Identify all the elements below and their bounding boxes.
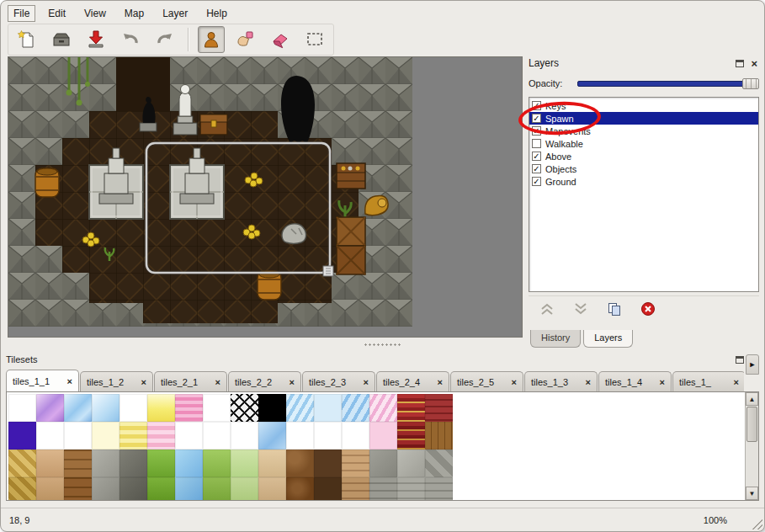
stamp-tool-button[interactable]	[198, 26, 225, 53]
menu-item[interactable]: Edit	[42, 5, 72, 22]
tileset-tile[interactable]	[258, 422, 286, 450]
tileset-tile[interactable]	[175, 450, 203, 477]
tileset-tile[interactable]	[286, 394, 314, 422]
tab-close-icon[interactable]: ×	[290, 377, 295, 387]
tileset-tile[interactable]	[314, 477, 342, 501]
close-panel-icon[interactable]: ×	[751, 59, 757, 68]
tab-close-icon[interactable]: ×	[512, 377, 517, 387]
tileset-tile[interactable]	[231, 450, 258, 477]
tileset-tile[interactable]	[397, 450, 425, 477]
tileset-tile[interactable]	[36, 450, 64, 477]
tileset-tile[interactable]	[342, 450, 369, 477]
tileset-tile[interactable]	[120, 450, 147, 477]
float-panel-icon[interactable]	[736, 60, 744, 67]
tileset-tile[interactable]	[203, 450, 231, 477]
tileset-tile[interactable]	[203, 422, 231, 450]
tileset-tab[interactable]: tiles_2_2 ×	[228, 371, 301, 391]
map-view[interactable]	[8, 56, 523, 338]
tileset-tile[interactable]	[36, 477, 64, 501]
tileset-tile[interactable]	[342, 394, 369, 422]
new-file-button[interactable]	[13, 26, 40, 53]
tileset-tile[interactable]	[8, 422, 36, 450]
tileset-tab[interactable]: tiles_1_3 ×	[524, 371, 598, 391]
tileset-tab[interactable]: tiles_2_4 ×	[376, 371, 449, 391]
tileset-tile[interactable]	[425, 477, 453, 501]
eraser-tool-button[interactable]	[267, 26, 294, 53]
panel-tab[interactable]: Layers	[583, 330, 633, 348]
tileset-tile[interactable]	[258, 477, 286, 501]
tab-close-icon[interactable]: ×	[586, 377, 591, 387]
tileset-tile[interactable]	[92, 422, 120, 450]
tileset-tile[interactable]	[120, 394, 147, 422]
select-tool-button[interactable]	[301, 26, 328, 53]
tab-close-icon[interactable]: ×	[67, 376, 72, 386]
layer-visibility-checkbox[interactable]: ✓	[532, 152, 541, 161]
undo-button[interactable]	[117, 26, 144, 53]
tab-close-icon[interactable]: ×	[660, 377, 665, 387]
tab-close-icon[interactable]: ×	[734, 377, 739, 387]
tileset-tab[interactable]: tiles_1_1 ×	[6, 370, 79, 391]
opacity-slider-handle[interactable]	[742, 78, 759, 89]
resize-grip[interactable]	[750, 517, 762, 529]
scrollbar-thumb[interactable]	[746, 407, 757, 442]
tileset-tile[interactable]	[203, 394, 231, 422]
tileset-tile[interactable]	[64, 394, 92, 422]
delete-layer-button[interactable]	[638, 300, 658, 318]
tileset-tile[interactable]	[64, 450, 92, 477]
tileset-tile[interactable]	[36, 394, 64, 422]
tileset-tab[interactable]: tiles_2_3 ×	[302, 371, 375, 391]
tileset-tile[interactable]	[314, 394, 342, 422]
move-layer-down-button[interactable]	[571, 300, 591, 318]
tileset-tile[interactable]	[286, 477, 314, 501]
layer-visibility-checkbox[interactable]	[532, 139, 541, 148]
tileset-tile[interactable]	[425, 422, 453, 450]
tileset-tile[interactable]	[342, 422, 369, 450]
tileset-tile[interactable]	[92, 394, 120, 422]
tileset-tile[interactable]	[147, 394, 175, 422]
tileset-tile[interactable]	[64, 422, 92, 450]
tileset-tile[interactable]	[314, 422, 342, 450]
tabs-scroll-right-button[interactable]: ►	[746, 354, 759, 375]
float-panel-icon[interactable]	[736, 356, 744, 364]
tileset-tile[interactable]	[397, 477, 425, 501]
tileset-tile[interactable]	[175, 477, 203, 501]
tileset-tile[interactable]	[36, 422, 64, 450]
layer-row[interactable]: ✓ Above	[529, 150, 758, 162]
menu-item[interactable]: Layer	[157, 5, 194, 22]
tab-close-icon[interactable]: ×	[364, 377, 369, 387]
scroll-down-button[interactable]: ▼	[746, 487, 758, 500]
tileset-tab[interactable]: tiles_2_1 ×	[154, 371, 227, 391]
tileset-tile[interactable]	[120, 477, 147, 501]
layer-visibility-checkbox[interactable]: ✓	[532, 177, 541, 186]
tileset-tile[interactable]	[175, 394, 203, 422]
tileset-tile[interactable]	[231, 422, 258, 450]
tileset-tile[interactable]	[286, 450, 314, 477]
tileset-tile[interactable]	[92, 477, 120, 501]
tab-close-icon[interactable]: ×	[141, 377, 146, 387]
tileset-tile[interactable]	[231, 477, 258, 501]
tileset-tile[interactable]	[147, 450, 175, 477]
save-button[interactable]	[82, 26, 109, 53]
menu-item[interactable]: Map	[119, 5, 150, 22]
tileset-tile[interactable]	[425, 450, 453, 477]
tab-close-icon[interactable]: ×	[215, 377, 220, 387]
tileset-tile[interactable]	[258, 450, 286, 477]
tileset-tile[interactable]	[369, 477, 397, 501]
layer-row[interactable]: Walkable	[529, 137, 758, 150]
menu-item[interactable]: Help	[200, 5, 233, 22]
tileset-tile[interactable]	[258, 394, 286, 422]
tab-close-icon[interactable]: ×	[438, 377, 443, 387]
tileset-tile[interactable]	[175, 422, 203, 450]
tileset-tile[interactable]	[397, 394, 425, 422]
tileset-tab[interactable]: tiles_1_ ×	[672, 371, 744, 391]
panel-tab[interactable]: History	[530, 330, 581, 348]
tileset-tile[interactable]	[8, 450, 36, 477]
opacity-slider-track[interactable]	[577, 81, 759, 87]
tileset-tile[interactable]	[369, 450, 397, 477]
menu-item[interactable]: View	[78, 5, 112, 22]
layer-row[interactable]: ✓ Objects	[529, 162, 758, 175]
menu-item[interactable]: File	[8, 5, 35, 22]
tileset-tile[interactable]	[397, 422, 425, 450]
duplicate-layer-button[interactable]	[604, 300, 624, 318]
scroll-up-button[interactable]: ▲	[746, 392, 758, 406]
